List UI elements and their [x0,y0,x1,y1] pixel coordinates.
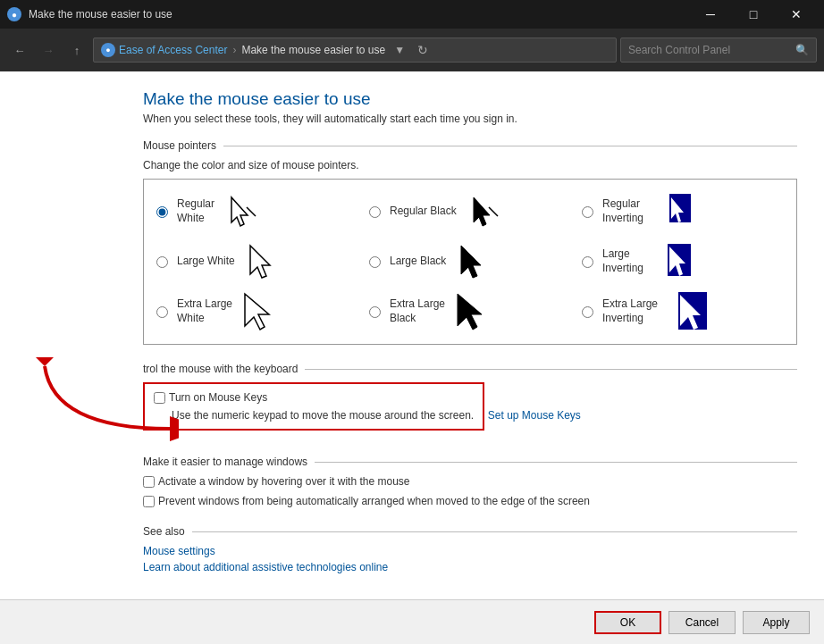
main-content: Make the mouse easier to use When you se… [0,71,824,599]
ok-button[interactable]: OK [594,611,661,634]
cancel-button[interactable]: Cancel [668,611,736,634]
radio-large-black[interactable] [369,256,381,268]
address-refresh-button[interactable]: ↻ [412,39,433,61]
forward-button[interactable]: → [36,38,61,63]
pointer-cell-xi: Extra LargeInverting [576,287,789,337]
svg-line-5 [489,207,498,216]
mouse-keys-row: Turn on Mouse Keys [154,391,474,404]
page-subtitle: When you select these tools, they will a… [143,113,797,125]
manage-windows-section: Make it easier to manage windows Activat… [143,456,797,507]
section-divider-see-also [192,531,797,532]
radio-large-inverting[interactable] [582,256,593,268]
setup-mouse-keys-link[interactable]: Set up Mouse Keys [488,409,581,422]
hover-activate-label[interactable]: Activate a window by hovering over it wi… [158,475,409,488]
section-title-pointers: Mouse pointers [143,139,216,152]
preview-regular-inverting [649,194,694,230]
nav-bar: ← → ↑ ● Ease of Access Center › Make the… [0,29,824,71]
preview-xlarge-white [238,294,282,330]
mouse-keys-highlight-box: Turn on Mouse Keys Use the numeric keypa… [143,382,484,431]
minimize-button[interactable]: ─ [690,0,731,29]
label-large-white[interactable]: Large White [177,255,235,269]
mouse-settings-link[interactable]: Mouse settings [143,545,797,557]
address-dropdown-button[interactable]: ▼ [391,44,408,56]
bottom-bar: OK Cancel Apply [0,599,824,644]
radio-xlarge-white[interactable] [156,306,168,318]
mouse-keys-checkbox[interactable] [154,392,165,404]
pointer-cell-rb: Regular Black [364,187,576,237]
radio-regular-inverting[interactable] [582,206,593,218]
section-title-windows: Make it easier to manage windows [143,456,307,468]
mouse-pointers-section: Mouse pointers Change the color and size… [143,139,797,345]
pointer-description: Change the color and size of mouse point… [143,159,797,171]
maximize-button[interactable]: □ [733,0,774,29]
svg-marker-2 [231,197,248,226]
address-globe-icon: ● [101,43,115,57]
svg-marker-12 [245,294,269,330]
mouse-keys-hint: Use the numeric keypad to move the mouse… [172,409,474,422]
preview-regular-white [220,194,265,230]
label-xlarge-white[interactable]: Extra LargeWhite [177,297,232,325]
prevent-arrange-label[interactable]: Prevent windows from being automatically… [158,495,590,507]
prevent-arrange-checkbox[interactable] [143,496,155,507]
label-regular-white[interactable]: RegularWhite [177,197,214,225]
pointer-cell-lb: Large Black [364,237,576,287]
radio-regular-white[interactable] [156,206,168,218]
breadcrumb-separator: › [232,44,236,56]
radio-large-white[interactable] [156,256,168,268]
section-title-keyboard: trol the mouse with the keyboard [143,363,298,375]
radio-xlarge-black[interactable] [369,306,381,318]
app-icon: ● [7,7,21,21]
breadcrumb-current: Make the mouse easier to use [241,44,385,56]
section-divider-windows [315,462,797,463]
hover-activate-row: Activate a window by hovering over it wi… [143,475,797,488]
hover-activate-checkbox[interactable] [143,476,155,488]
label-xlarge-inverting[interactable]: Extra LargeInverting [602,297,658,325]
radio-regular-black[interactable] [369,206,381,218]
radio-xlarge-inverting[interactable] [582,306,593,318]
close-button[interactable]: ✕ [776,0,817,29]
preview-regular-black [462,194,507,230]
mouse-keys-label[interactable]: Turn on Mouse Keys [169,391,267,404]
svg-marker-4 [474,197,490,226]
preview-large-white [240,244,285,280]
label-large-inverting[interactable]: LargeInverting [602,247,643,275]
section-divider [223,146,797,146]
pointer-cell-li: LargeInverting [576,237,789,287]
pointer-cell-ri: RegularInverting [576,187,789,237]
svg-marker-8 [250,246,270,278]
pointer-grid: RegularWhite Regular Black [143,179,797,345]
address-bar: ● Ease of Access Center › Make the mouse… [93,38,617,63]
label-regular-inverting[interactable]: RegularInverting [602,197,643,225]
back-button[interactable]: ← [7,38,32,63]
preview-xlarge-black [450,294,495,330]
pointer-cell-xb: Extra LargeBlack [364,287,576,337]
pointer-cell-xw: Extra LargeWhite [151,287,364,337]
search-input[interactable] [628,44,790,56]
pointer-cell-rw: RegularWhite [151,187,364,237]
svg-marker-9 [461,246,481,278]
search-bar[interactable]: 🔍 [620,38,817,63]
page-title: Make the mouse easier to use [143,89,797,109]
label-large-black[interactable]: Large Black [390,255,446,269]
apply-button[interactable]: Apply [743,611,810,634]
label-xlarge-black[interactable]: Extra LargeBlack [390,297,445,325]
assistive-tech-link[interactable]: Learn about additional assistive technol… [143,561,797,573]
label-regular-black[interactable]: Regular Black [390,205,457,219]
svg-marker-13 [458,294,482,330]
title-bar: ● Make the mouse easier to use ─ □ ✕ [0,0,824,29]
preview-large-black [451,244,496,280]
search-icon: 🔍 [795,44,809,56]
up-button[interactable]: ↑ [64,38,89,63]
section-title-see-also: See also [143,525,185,538]
window-title: Make the mouse easier to use [29,8,690,21]
pointer-cell-lw: Large White [151,237,364,287]
see-also-section: See also Mouse settings Learn about addi… [143,525,797,573]
see-also-links: Mouse settings Learn about additional as… [143,545,797,573]
prevent-arrange-row: Prevent windows from being automatically… [143,495,797,507]
keyboard-section: trol the mouse with the keyboard Turn on… [143,363,797,438]
preview-xlarge-inverting [663,294,708,330]
preview-large-inverting [649,244,694,280]
section-divider-keyboard [305,369,797,370]
breadcrumb-parent[interactable]: Ease of Access Center [119,44,227,56]
